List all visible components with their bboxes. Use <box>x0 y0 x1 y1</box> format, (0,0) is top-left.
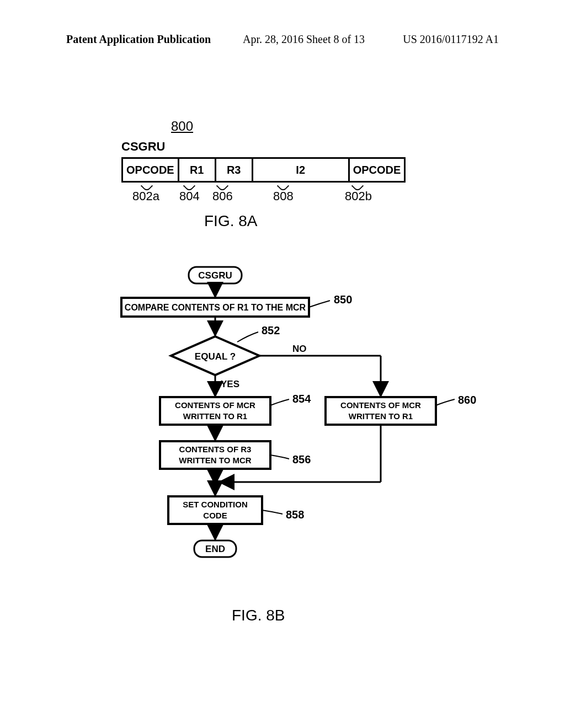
box-854-l1: CONTENTS OF MCR <box>175 400 255 410</box>
box-854-l2: WRITTEN TO R1 <box>183 411 247 421</box>
ref-860: 860 <box>458 394 476 406</box>
ref-850: 850 <box>334 293 352 306</box>
ref-802a: 802a <box>132 189 159 204</box>
yes-label: YES <box>221 379 239 389</box>
ref-row: 802a 804 806 808 802b <box>121 185 419 207</box>
ref-858: 858 <box>286 508 304 521</box>
ref-854: 854 <box>292 393 311 405</box>
field-r1: R1 <box>178 158 215 182</box>
hdr-right: US 2016/0117192 A1 <box>403 33 499 46</box>
fig-8a-caption: FIG. 8A <box>204 212 257 230</box>
ref-852: 852 <box>262 324 280 336</box>
flowchart-svg: CSGRU COMPARE CONTENTS OF R1 TO THE MCR … <box>72 265 502 607</box>
hdr-left: Patent Application Publication <box>66 33 211 46</box>
ref-856: 856 <box>292 453 311 465</box>
instruction-format-table: OPCODE R1 R3 I2 OPCODE <box>121 157 406 183</box>
ref-802b: 802b <box>345 189 372 204</box>
decision-text: EQUAL ? <box>195 351 236 362</box>
ref-800: 800 <box>171 119 193 134</box>
ref-804: 804 <box>179 189 200 204</box>
table-row: OPCODE R1 R3 I2 OPCODE <box>122 158 405 182</box>
start-label: CSGRU <box>198 270 232 281</box>
box-858-l1: SET CONDITION <box>183 500 248 509</box>
box-860-l2: WRITTEN TO R1 <box>349 411 413 421</box>
ref-808: 808 <box>273 189 294 204</box>
fig-8b-caption: FIG. 8B <box>232 607 285 624</box>
box-850-text: COMPARE CONTENTS OF R1 TO THE MCR <box>125 303 306 312</box>
field-r3: R3 <box>215 158 252 182</box>
end-label: END <box>205 544 225 554</box>
field-i2: I2 <box>252 158 349 182</box>
hdr-mid: Apr. 28, 2016 Sheet 8 of 13 <box>243 33 365 46</box>
mnemonic-label: CSGRU <box>121 140 165 154</box>
field-opcode-b: OPCODE <box>349 158 405 182</box>
box-860-l1: CONTENTS OF MCR <box>340 400 421 410</box>
ref-806: 806 <box>212 189 233 204</box>
box-856-l2: WRITTEN TO MCR <box>179 456 252 465</box>
box-858-l2: CODE <box>203 511 227 520</box>
box-856-l1: CONTENTS OF R3 <box>179 445 252 454</box>
field-opcode-a: OPCODE <box>122 158 179 182</box>
page: Patent Application Publication Apr. 28, … <box>0 0 565 728</box>
no-label: NO <box>292 344 307 354</box>
fig-8b: CSGRU COMPARE CONTENTS OF R1 TO THE MCR … <box>72 265 502 607</box>
